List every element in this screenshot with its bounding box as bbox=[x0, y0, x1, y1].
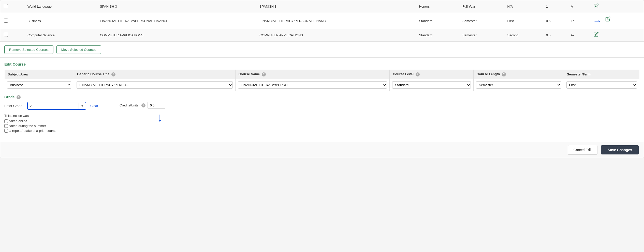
row-semester: First bbox=[504, 13, 542, 29]
row-edit-cell bbox=[589, 0, 644, 13]
enter-grade-label: Enter Grade bbox=[4, 104, 25, 108]
row-generic-course: FINANCIAL LITERACY/PERSONAL FINANCE bbox=[96, 13, 256, 29]
row-course-name: FINANCIAL LITERACY/PERSONAL FINANCE bbox=[256, 13, 415, 29]
grade-input-group: Enter Grade ▼ Clear This section was tak… bbox=[4, 102, 99, 136]
taken-online-label: taken online bbox=[9, 119, 27, 123]
row-length: Full Year bbox=[459, 0, 504, 13]
semester-term-select[interactable]: First bbox=[566, 81, 637, 89]
subject-area-select[interactable]: Business bbox=[7, 81, 71, 89]
row-checkbox-cell bbox=[0, 0, 24, 13]
taken-summer-item: taken during the summer bbox=[4, 124, 99, 128]
table-row: World LanguageSPANISH 3SPANISH 3HonorsFu… bbox=[0, 0, 644, 13]
action-bar: Cancel Edit Save Changes bbox=[0, 142, 644, 158]
edit-row-button[interactable] bbox=[593, 3, 600, 10]
row-level: Honors bbox=[415, 0, 459, 13]
course-action-buttons-row: Remove Selected Courses Move Selected Co… bbox=[0, 42, 644, 57]
edit-course-data-row: Business FINANCIAL LITERACY/PERSO... FIN… bbox=[5, 79, 640, 91]
row-credits: 0.5 bbox=[543, 29, 567, 42]
course-table: World LanguageSPANISH 3SPANISH 3HonorsFu… bbox=[0, 0, 644, 42]
row-subject-area: Business bbox=[24, 13, 96, 29]
course-length-select[interactable]: Semester bbox=[476, 81, 561, 89]
row-subject-area: World Language bbox=[24, 0, 96, 13]
course-level-help-icon[interactable]: ? bbox=[416, 72, 420, 76]
taken-summer-label: taken during the summer bbox=[9, 124, 46, 128]
course-name-help-icon[interactable]: ? bbox=[262, 72, 266, 76]
edit-course-title: Edit Course bbox=[4, 62, 640, 66]
grade-input-row: Enter Grade ▼ Clear bbox=[4, 102, 99, 110]
row-credits: 1 bbox=[543, 0, 567, 13]
edit-subject-area-cell: Business bbox=[5, 79, 74, 91]
edit-course-name-cell: FINANCIAL LITERACY/PERSO bbox=[235, 79, 390, 91]
remove-selected-courses-button[interactable]: Remove Selected Courses bbox=[4, 45, 53, 54]
col-course-length: Course Length ? bbox=[473, 70, 564, 79]
down-arrow-annotation: ↓ bbox=[157, 111, 163, 123]
credits-input[interactable] bbox=[148, 102, 165, 109]
table-row: BusinessFINANCIAL LITERACY/PERSONAL FINA… bbox=[0, 13, 644, 29]
repeat-retake-item: a repeat/retake of a prior course bbox=[4, 129, 99, 133]
row-grade: IP bbox=[567, 13, 589, 29]
edit-course-table: Subject Area Generic Course Title ? Cour… bbox=[4, 69, 640, 91]
course-name-select[interactable]: FINANCIAL LITERACY/PERSO bbox=[238, 81, 387, 89]
edit-course-length-cell: Semester bbox=[473, 79, 564, 91]
row-grade: A- bbox=[567, 29, 589, 42]
clear-grade-button[interactable]: Clear bbox=[89, 103, 99, 109]
repeat-retake-checkbox[interactable] bbox=[4, 129, 8, 133]
row-grade: A bbox=[567, 0, 589, 13]
row-length: Semester bbox=[459, 13, 504, 29]
taken-summer-checkbox[interactable] bbox=[4, 124, 8, 128]
col-course-name: Course Name ? bbox=[235, 70, 390, 79]
checkboxes-section: This section was taken online taken duri… bbox=[4, 113, 99, 136]
course-level-select[interactable]: Standard bbox=[392, 81, 471, 89]
col-subject-area: Subject Area bbox=[5, 70, 74, 79]
row-generic-course: COMPUTER APPLICATIONS bbox=[96, 29, 256, 42]
edit-course-section: Edit Course Subject Area Generic Course … bbox=[0, 57, 644, 142]
row-checkbox-cell bbox=[0, 13, 24, 29]
row-credits: 0.5 bbox=[543, 13, 567, 29]
edit-generic-course-cell: FINANCIAL LITERACY/PERSO... bbox=[74, 79, 236, 91]
grade-help-icon[interactable]: ? bbox=[17, 95, 21, 99]
row-level: Standard bbox=[415, 29, 459, 42]
row-semester: N/A bbox=[504, 0, 542, 13]
row-subject-area: Computer Science bbox=[24, 29, 96, 42]
row-semester: Second bbox=[504, 29, 542, 42]
credits-label: Credits/Units bbox=[120, 103, 138, 107]
row-checkbox[interactable] bbox=[4, 33, 8, 37]
generic-course-select[interactable]: FINANCIAL LITERACY/PERSO... bbox=[77, 81, 233, 89]
row-edit-cell: → bbox=[589, 13, 644, 29]
grade-section: Grade ? Enter Grade ▼ Clear bbox=[4, 91, 640, 138]
edit-table-header-row: Subject Area Generic Course Title ? Cour… bbox=[5, 70, 640, 79]
taken-online-checkbox[interactable] bbox=[4, 119, 8, 123]
edit-semester-term-cell: First bbox=[564, 79, 639, 91]
credits-help-icon[interactable]: ? bbox=[141, 103, 145, 107]
grade-section-title: Grade ? bbox=[4, 95, 640, 100]
move-selected-courses-button[interactable]: Move Selected Courses bbox=[56, 45, 101, 54]
row-edit-cell bbox=[589, 29, 644, 42]
grade-dropdown-btn[interactable]: ▼ bbox=[79, 103, 86, 109]
edit-course-level-cell: Standard bbox=[390, 79, 473, 91]
course-length-help-icon[interactable]: ? bbox=[502, 72, 506, 76]
save-changes-button[interactable]: Save Changes bbox=[601, 145, 639, 154]
row-course-name: SPANISH 3 bbox=[256, 0, 415, 13]
table-row: Computer ScienceCOMPUTER APPLICATIONSCOM… bbox=[0, 29, 644, 42]
col-generic-course-title: Generic Course Title ? bbox=[74, 70, 236, 79]
section-taken-label: This section was bbox=[4, 114, 99, 118]
col-course-level: Course Level ? bbox=[390, 70, 473, 79]
row-generic-course: SPANISH 3 bbox=[96, 0, 256, 13]
credits-row: Credits/Units ? bbox=[120, 102, 165, 109]
edit-row-button[interactable] bbox=[604, 16, 611, 23]
col-semester-term: Semester/Term bbox=[564, 70, 639, 79]
generic-course-help-icon[interactable]: ? bbox=[111, 72, 115, 76]
row-checkbox-cell bbox=[0, 29, 24, 42]
grade-input-wrapper: ▼ bbox=[27, 102, 86, 110]
row-level: Standard bbox=[415, 13, 459, 29]
grade-input[interactable] bbox=[28, 102, 79, 109]
row-length: Semester bbox=[459, 29, 504, 42]
taken-online-item: taken online bbox=[4, 119, 99, 123]
row-checkbox[interactable] bbox=[4, 4, 8, 8]
row-checkbox[interactable] bbox=[4, 19, 8, 23]
edit-row-button[interactable] bbox=[593, 32, 600, 39]
right-arrow-annotation: → bbox=[593, 15, 602, 26]
repeat-retake-label: a repeat/retake of a prior course bbox=[9, 129, 56, 133]
cancel-edit-button[interactable]: Cancel Edit bbox=[568, 145, 598, 155]
row-course-name: COMPUTER APPLICATIONS bbox=[256, 29, 415, 42]
